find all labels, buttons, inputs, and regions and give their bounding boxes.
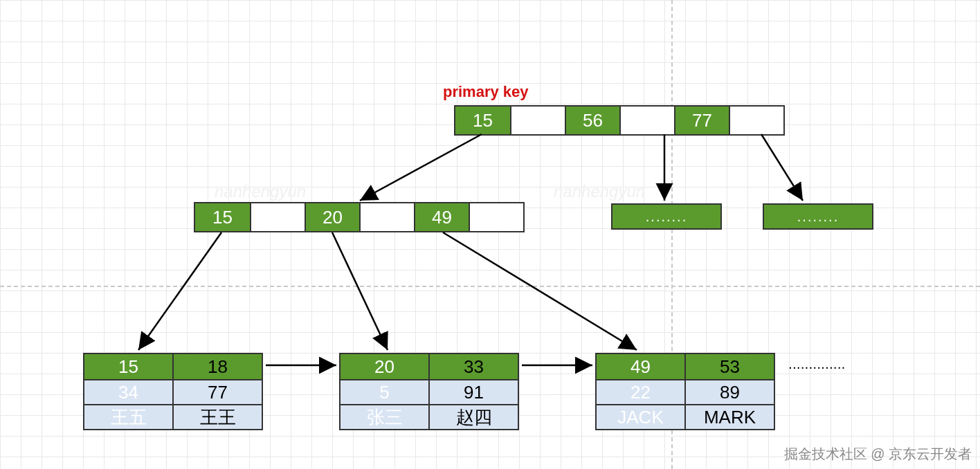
root-cell [729,107,783,134]
leaf-value: 91 [428,380,518,404]
leaf-value: 王五 [84,405,172,429]
leaf-value: 5 [341,380,428,404]
leaf-value: 89 [684,380,774,404]
leaf-value: JACK [597,405,684,429]
midline-horizontal [0,286,980,287]
placeholder-node: ........ [763,203,873,230]
leaf-key: 18 [172,354,262,379]
mid-cell: 49 [414,203,469,231]
root-cell: 56 [565,107,619,134]
leaf-node: 49 53 22 89 JACK MARK [595,353,775,430]
root-cell [510,107,565,134]
leaf-value: 赵四 [428,405,518,429]
leaf-key: 53 [684,354,774,379]
mid-cell: 20 [305,203,359,231]
leaf-key: 33 [428,354,518,379]
root-node: 15 56 77 [454,105,785,136]
leaf-key: 15 [84,354,172,379]
mid-cell [469,203,523,231]
leaf-node: 20 33 5 91 张三 赵四 [339,353,519,430]
mid-cell [359,203,414,231]
leaf-value: 34 [84,380,172,404]
mid-node: 15 20 49 [194,202,525,232]
leaf-value: MARK [684,405,774,429]
leaf-node: 15 18 34 77 王五 王王 [83,353,263,430]
root-cell [619,107,674,134]
root-cell: 15 [455,107,510,134]
diagram-title: primary key [443,83,529,101]
leaf-key: 49 [597,354,684,379]
leaf-value: 77 [172,380,262,404]
placeholder-node: ........ [611,203,722,230]
mid-cell [250,203,305,231]
leaf-value: 22 [597,380,684,404]
trailing-dots: .............. [789,360,846,371]
leaf-value: 张三 [341,405,428,429]
root-cell: 77 [674,107,729,134]
leaf-key: 20 [341,354,428,379]
mid-cell: 15 [195,203,250,231]
credit-text: 掘金技术社区 @ 京东云开发者 [784,445,972,463]
leaf-value: 王王 [172,405,262,429]
